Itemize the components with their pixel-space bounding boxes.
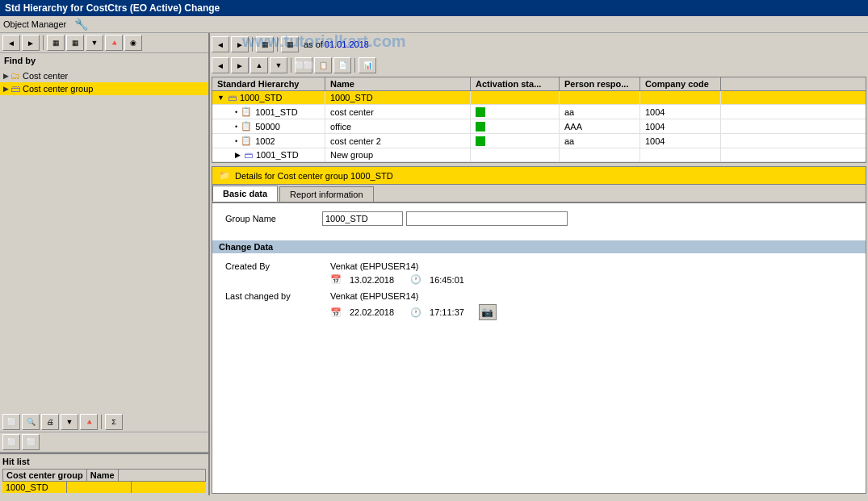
nav-forward-btn[interactable]: ►: [22, 35, 40, 51]
cell-person: [560, 148, 640, 161]
group-name-input[interactable]: [322, 211, 403, 226]
row-arrow: ▶: [235, 151, 241, 159]
row-arrow: ▼: [217, 94, 224, 102]
hit-list-cell-group: 1000_STD: [2, 482, 67, 493]
nav-back-btn[interactable]: ◄: [2, 35, 20, 51]
tree-arrow-group: ▶: [3, 85, 9, 93]
last-changed-row: Last changed by Venkat (EHPUSER14): [225, 291, 853, 301]
created-time: 16:45:01: [430, 275, 464, 285]
created-by-value: Venkat (EHPUSER14): [330, 261, 418, 271]
tab-basic-data[interactable]: Basic data: [212, 186, 278, 202]
hit-list-row[interactable]: 1000_STD: [2, 482, 206, 493]
row-group-icon: 🗃: [244, 150, 253, 160]
tree-label-cost-center: Cost center: [23, 71, 68, 81]
table-row[interactable]: ▼ 🗃 1000_STD 1000_STD: [212, 91, 866, 105]
table-row[interactable]: • 📋 1002 cost center 2 aa 1004: [212, 134, 866, 148]
left-mid-toolbar: ⬜ 🔍 🖨 ▼ 🔺 Σ: [0, 412, 208, 432]
table-row[interactable]: ▶ 🗃 1001_STD New group: [212, 148, 866, 162]
left-tb-6[interactable]: Σ: [105, 414, 123, 430]
row-bullet: •: [235, 108, 237, 116]
col-name: Name: [325, 77, 471, 90]
camera-button[interactable]: 📷: [479, 304, 497, 320]
cell-activation: [471, 134, 560, 148]
right-tb-6[interactable]: ▼: [270, 57, 287, 73]
tab-report-information[interactable]: Report information: [279, 186, 374, 202]
right-tb-2[interactable]: ▦: [281, 36, 299, 52]
folder-icon: 🗂: [10, 70, 20, 81]
tabs-row: Basic data Report information: [212, 185, 866, 203]
hit-list-col-name: Name: [87, 470, 119, 481]
row-bullet: •: [235, 137, 237, 145]
cell-person: AAA: [560, 119, 640, 133]
col-activation: Activation sta...: [471, 77, 560, 90]
cell-name: cost center 2: [325, 134, 471, 148]
right-tb-3[interactable]: ◄: [212, 57, 229, 73]
details-panel: 📁 Details for Cost center group 1000_STD…: [212, 166, 866, 494]
cell-hierarchy: ▶ 🗃 1001_STD: [212, 148, 325, 161]
date-icon-2: 📅: [330, 307, 342, 318]
right-nav-forward[interactable]: ►: [231, 36, 249, 52]
as-of-text: as of: [304, 40, 323, 49]
menu-icon: 🔧: [74, 18, 88, 31]
cell-activation: [471, 91, 560, 104]
toolbar-btn-4[interactable]: 🔺: [105, 35, 123, 51]
right-tb-1[interactable]: ▦: [256, 36, 274, 52]
details-header-icon: 📁: [219, 170, 230, 181]
last-changed-value: Venkat (EHPUSER14): [330, 291, 418, 301]
cell-company: [640, 148, 721, 161]
right-nav-back[interactable]: ◄: [212, 36, 229, 52]
cell-activation: [471, 105, 560, 119]
right-tb-8[interactable]: 📋: [314, 57, 332, 73]
clock-icon-1: 🕐: [410, 274, 421, 285]
activation-indicator: [476, 122, 485, 132]
hit-list-area: Hit list Cost center group Name 1000_STD: [0, 453, 208, 495]
right-tb-10[interactable]: 📊: [359, 57, 376, 73]
right-toolbar-1: ◄ ► ▦ ▦ as of 01.01.2018: [212, 35, 866, 54]
tree-item-cost-center-group[interactable]: ▶ 🗃 Cost center group: [0, 82, 208, 95]
left-tb-3[interactable]: 🖨: [41, 414, 59, 430]
change-data-area: Created By Venkat (EHPUSER14) 📅 13.02.20…: [212, 258, 866, 330]
left-tb-8[interactable]: ⬜: [22, 434, 40, 450]
right-tb-9[interactable]: 📄: [333, 57, 351, 73]
left-tb-4[interactable]: ▼: [61, 414, 78, 430]
table-row[interactable]: • 📋 1001_STD cost center aa 1004: [212, 105, 866, 119]
hit-list-col-group: Cost center group: [3, 470, 87, 481]
menu-object-manager[interactable]: Object Manager: [3, 19, 66, 29]
cell-name: 1000_STD: [325, 91, 471, 104]
right-tb-4[interactable]: ►: [231, 57, 249, 73]
left-tb-2[interactable]: 🔍: [22, 414, 40, 430]
left-tb-7[interactable]: ⬜: [2, 434, 20, 450]
cell-company: [640, 91, 721, 104]
toolbar-btn-1[interactable]: ▦: [47, 35, 65, 51]
col-person: Person respo...: [560, 77, 640, 90]
activation-indicator: [476, 136, 485, 146]
tree-item-cost-center[interactable]: ▶ 🗂 Cost center: [0, 69, 208, 82]
col-hierarchy: Standard Hierarchy: [212, 77, 325, 90]
group-name-desc-input[interactable]: [406, 211, 568, 226]
left-tb-5[interactable]: 🔺: [80, 414, 98, 430]
group-name-row: Group Name: [225, 211, 853, 226]
right-tb-7[interactable]: ⬜⬜: [295, 57, 312, 73]
as-of-date[interactable]: 01.01.2018: [325, 40, 369, 49]
table-row[interactable]: • 📋 50000 office AAA 1004: [212, 119, 866, 134]
details-header-text: Details for Cost center group 1000_STD: [235, 171, 393, 181]
toolbar-btn-2[interactable]: ▦: [66, 35, 84, 51]
left-tb-1[interactable]: ⬜: [2, 414, 20, 430]
cell-person: [560, 91, 640, 104]
right-panel: ◄ ► ▦ ▦ as of 01.01.2018 ◄ ► ▲ ▼ ⬜⬜ 📋 📄 …: [210, 33, 868, 495]
cell-hierarchy: • 📋 1001_STD: [212, 105, 325, 119]
toolbar-btn-3[interactable]: ▼: [86, 35, 103, 51]
left-bottom-toolbar: ⬜ ⬜: [0, 432, 208, 453]
last-changed-time: 17:11:37: [430, 307, 464, 317]
right-tb-5[interactable]: ▲: [250, 57, 268, 73]
last-changed-date-row: 📅 22.02.2018 🕐 17:11:37 📷: [330, 304, 853, 320]
cell-person: aa: [560, 134, 640, 148]
cell-hierarchy: ▼ 🗃 1000_STD: [212, 91, 325, 104]
cell-name: New group: [325, 148, 471, 161]
clock-icon-2: 🕐: [410, 307, 421, 318]
hit-list-header: Cost center group Name: [2, 469, 206, 482]
cell-activation: [471, 119, 560, 133]
toolbar-btn-5[interactable]: ◉: [124, 35, 142, 51]
left-toolbar: ◄ ► ▦ ▦ ▼ 🔺 ◉: [0, 33, 208, 53]
tree-area: ▶ 🗂 Cost center ▶ 🗃 Cost center group: [0, 68, 208, 412]
